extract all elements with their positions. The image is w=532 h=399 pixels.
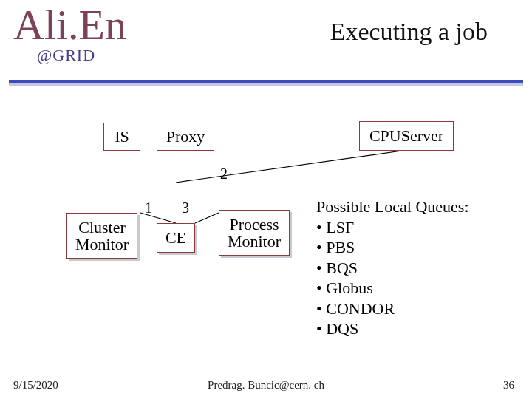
list-item: • Globus — [316, 278, 469, 299]
box-cluster-line1: Cluster — [78, 218, 126, 236]
footer-page-number: 36 — [503, 379, 514, 392]
footer-date: 9/15/2020 — [13, 379, 58, 392]
list-item: • DQS — [316, 318, 469, 339]
step-label-2: 2 — [220, 166, 228, 183]
box-process-monitor: Process Monitor — [219, 210, 290, 256]
box-process-line1: Process — [229, 215, 279, 233]
logo: Ali.En — [13, 0, 126, 50]
step-label-1: 1 — [145, 200, 152, 216]
local-queues-heading: Possible Local Queues: — [316, 197, 469, 217]
logo-subtitle: @GRID — [37, 46, 95, 65]
list-item: • LSF — [316, 217, 469, 238]
page-title: Executing a job — [330, 18, 488, 46]
step-label-3: 3 — [182, 200, 189, 216]
box-proxy: Proxy — [157, 123, 214, 151]
box-cluster-monitor: Cluster Monitor — [66, 213, 137, 259]
svg-line-2 — [195, 213, 219, 223]
box-ce: CE — [157, 223, 195, 253]
box-process-line2: Monitor — [228, 232, 281, 250]
footer-author: Predrag. Buncic@cern. ch — [208, 379, 324, 392]
box-cluster-line2: Monitor — [75, 235, 129, 253]
svg-line-1 — [176, 151, 402, 183]
diagram-canvas: IS Proxy CPUServer Cluster Monitor CE Pr… — [0, 89, 532, 362]
list-item: • PBS — [316, 237, 469, 258]
list-item: • CONDOR — [316, 299, 469, 319]
box-is: IS — [103, 123, 140, 151]
box-cpuserver: CPUServer — [359, 121, 454, 151]
list-item: • BQS — [316, 258, 469, 279]
divider — [9, 80, 523, 86]
local-queues-list: Possible Local Queues: • LSF • PBS • BQS… — [316, 197, 469, 339]
footer: 9/15/2020 Predrag. Buncic@cern. ch 36 — [0, 375, 532, 399]
